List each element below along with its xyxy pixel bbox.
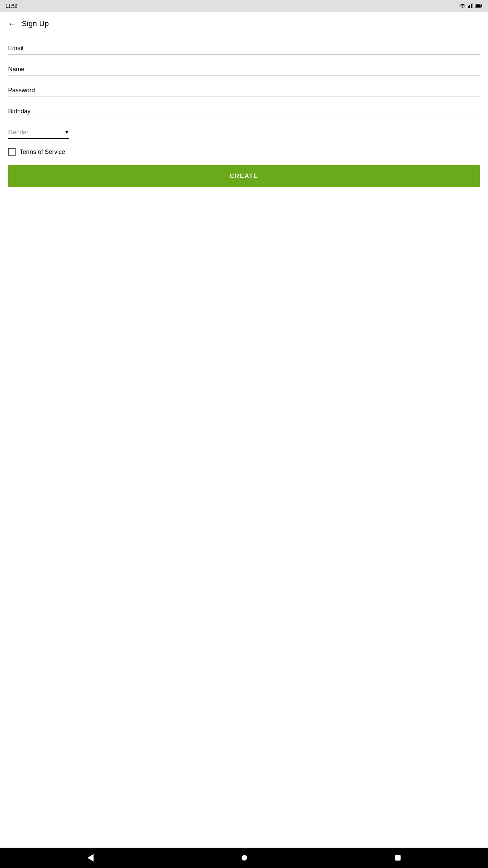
gender-select[interactable]: Gender Male Female Other Prefer not to s… <box>8 129 63 136</box>
status-icons <box>460 3 483 9</box>
gender-wrapper: Gender Male Female Other Prefer not to s… <box>8 126 480 139</box>
svg-rect-6 <box>482 5 482 7</box>
nav-back-icon <box>87 854 94 862</box>
email-input[interactable] <box>8 42 480 55</box>
password-field-wrapper <box>8 84 480 97</box>
page-title: Sign Up <box>22 19 49 28</box>
nav-back-button[interactable] <box>85 851 96 864</box>
svg-rect-2 <box>471 4 472 8</box>
nav-bar <box>0 848 488 868</box>
back-arrow-icon: ← <box>8 19 16 28</box>
email-field-wrapper <box>8 42 480 55</box>
status-bar: 11:56 <box>0 0 488 12</box>
birthday-input[interactable] <box>8 105 480 118</box>
spacer <box>8 187 480 841</box>
back-button[interactable]: ← <box>5 16 19 31</box>
nav-home-icon <box>242 855 247 861</box>
nav-home-button[interactable] <box>239 852 250 863</box>
tos-label[interactable]: Terms of Service <box>20 149 65 156</box>
svg-rect-5 <box>476 4 481 7</box>
chevron-down-icon: ▼ <box>64 130 69 135</box>
tos-wrapper: Terms of Service <box>8 148 480 156</box>
password-input[interactable] <box>8 84 480 97</box>
svg-rect-1 <box>469 5 470 8</box>
create-button[interactable]: CREATE <box>8 165 480 187</box>
nav-recent-icon <box>395 855 401 861</box>
status-time: 11:56 <box>5 3 17 9</box>
svg-rect-0 <box>468 6 469 8</box>
nav-recent-button[interactable] <box>392 852 403 863</box>
gender-select-container[interactable]: Gender Male Female Other Prefer not to s… <box>8 126 69 139</box>
signal-icon <box>468 3 473 9</box>
tos-checkbox[interactable] <box>8 148 16 156</box>
birthday-field-wrapper <box>8 105 480 118</box>
wifi-icon <box>460 3 466 9</box>
svg-rect-3 <box>472 3 473 8</box>
form-container: Gender Male Female Other Prefer not to s… <box>0 35 488 848</box>
name-field-wrapper <box>8 63 480 76</box>
name-input[interactable] <box>8 63 480 76</box>
battery-icon <box>475 3 483 9</box>
app-bar: ← Sign Up <box>0 12 488 35</box>
